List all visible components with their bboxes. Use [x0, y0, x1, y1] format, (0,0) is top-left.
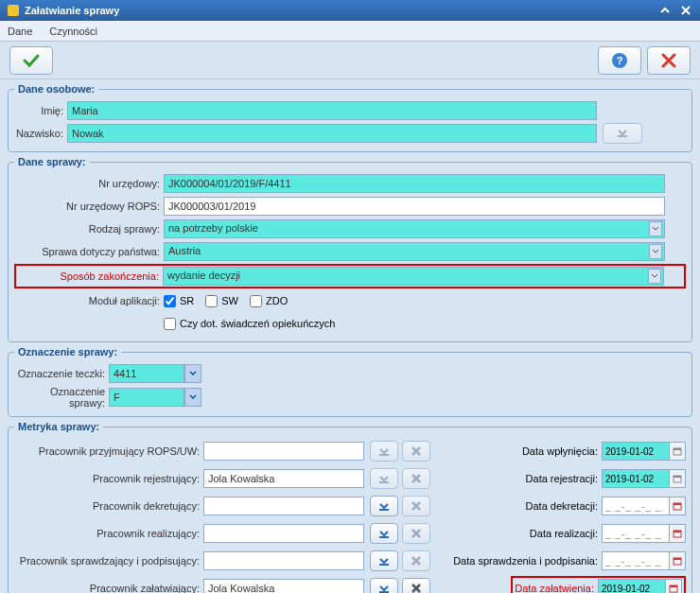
window-title: Załatwianie sprawy [25, 5, 119, 16]
menu-dane[interactable]: Dane [8, 26, 32, 37]
svg-rect-13 [379, 536, 389, 538]
dropdown-teczki[interactable] [184, 364, 201, 383]
calendar-icon[interactable] [669, 497, 686, 515]
checkbox-zdo[interactable]: ZDO [250, 295, 288, 307]
assign-button[interactable] [370, 496, 398, 516]
help-button[interactable]: ? [598, 46, 641, 75]
select-panstwo-value: Austria [168, 245, 201, 256]
checkbox-opiekuncze[interactable]: Czy dot. świadczeń opiekuńczych [164, 318, 335, 330]
svg-rect-3 [618, 135, 627, 137]
section-dane-sprawy: Dane sprawy: Nr urzędowy: Nr urzędowy RO… [8, 156, 692, 342]
clear-button [402, 496, 430, 516]
label-panstwo: Sprawa dotyczy państwa: [14, 246, 164, 257]
svg-rect-12 [674, 503, 681, 505]
input-prac-dekr[interactable] [203, 497, 364, 515]
svg-rect-15 [674, 531, 681, 532]
label-prac-rej: Pracownik rejestrujący: [14, 473, 203, 484]
select-rodzaj-value: na potrzeby polskie [168, 222, 258, 234]
calendar-icon[interactable] [669, 551, 686, 570]
date-dekr[interactable]: _ _-_ _-_ _ [602, 497, 670, 515]
clear-button[interactable] [402, 578, 430, 593]
calendar-icon[interactable] [669, 469, 686, 488]
label-ozn-sprawy: Oznaczenie sprawy: [14, 386, 109, 409]
minimize-up-icon[interactable] [658, 4, 672, 17]
close-icon[interactable] [679, 4, 692, 17]
label-data-spr: Data sprawdzenia i podpisania: [453, 555, 602, 567]
clear-button [402, 441, 430, 462]
svg-rect-9 [674, 476, 681, 478]
svg-text:?: ? [617, 55, 623, 66]
select-rodzaj[interactable]: na potrzeby polskie [164, 219, 665, 238]
date-rej[interactable]: 2019-01-02 [602, 469, 670, 488]
label-data-dekr: Data dekretacji: [526, 500, 602, 512]
section-metryka: Metryka sprawy: Pracownik przyjmujący RO… [8, 421, 692, 593]
calendar-icon[interactable] [669, 442, 686, 461]
app-icon [8, 5, 19, 16]
svg-rect-16 [379, 564, 389, 566]
assign-button[interactable] [370, 550, 398, 571]
input-nr-urzedowy[interactable] [164, 174, 665, 193]
legend-metryka: Metryka sprawy: [14, 421, 103, 432]
input-nazwisko[interactable] [67, 124, 597, 143]
input-ozn-sprawy[interactable] [109, 388, 184, 407]
input-imie[interactable] [67, 101, 597, 120]
checkbox-sw[interactable]: SW [205, 295, 238, 307]
select-sposob[interactable]: wydanie decyzji [163, 267, 664, 286]
date-real[interactable]: _ _-_ _-_ _ [602, 524, 670, 543]
accept-button[interactable] [9, 46, 53, 75]
label-nazwisko: Nazwisko: [14, 128, 67, 139]
label-data-rej: Data rejestracji: [526, 473, 602, 484]
select-panstwo[interactable]: Austria [164, 242, 665, 261]
select-sposob-value: wydanie decyzji [167, 270, 240, 281]
person-select-button [603, 123, 642, 144]
clear-button [402, 523, 430, 544]
chevron-down-icon [649, 221, 662, 236]
calendar-icon[interactable] [665, 579, 682, 593]
input-prac-rej[interactable] [203, 469, 364, 488]
date-zal[interactable]: 2019-01-02 [598, 579, 666, 593]
input-prac-real[interactable] [203, 524, 364, 543]
label-data-wpl: Data wpłynięcia: [522, 445, 602, 457]
checkbox-sr[interactable]: SR [164, 295, 194, 307]
assign-button[interactable] [370, 523, 398, 544]
label-prac-przyjm: Pracownik przyjmujący ROPS/UW: [14, 445, 203, 457]
assign-button [370, 468, 398, 489]
input-prac-zal[interactable] [203, 579, 364, 593]
legend-oznaczenie: Oznaczenie sprawy: [14, 346, 121, 358]
svg-rect-18 [674, 558, 681, 560]
label-data-zal: Data załatwienia: [515, 583, 598, 593]
label-prac-zal: Pracownik załatwiający: [14, 583, 203, 593]
cancel-button[interactable] [647, 46, 691, 75]
calendar-icon[interactable] [669, 524, 686, 543]
input-prac-przyjm[interactable] [203, 442, 364, 461]
label-ozn-teczki: Oznaczenie teczki: [14, 368, 109, 379]
date-wpl[interactable]: 2019-01-02 [602, 442, 670, 461]
svg-rect-10 [379, 509, 389, 511]
label-sposob: Sposób zakończenia: [17, 270, 163, 282]
chevron-down-icon [649, 244, 662, 259]
legend-osobowe: Dane osobowe: [14, 83, 98, 95]
label-prac-dekr: Pracownik dekretujący: [14, 500, 203, 512]
svg-rect-21 [670, 585, 677, 587]
input-prac-spr[interactable] [203, 551, 364, 570]
label-prac-real: Pracownik realizujący: [14, 528, 203, 539]
label-nr-rops: Nr urzędowy ROPS: [14, 201, 164, 212]
assign-button [370, 441, 398, 462]
menu-bar: Dane Czynności [0, 21, 700, 42]
clear-button [402, 468, 430, 489]
legend-sprawy: Dane sprawy: [14, 156, 90, 167]
svg-rect-4 [379, 454, 389, 456]
label-rodzaj: Rodzaj sprawy: [14, 223, 164, 235]
chevron-down-icon [648, 269, 661, 284]
clear-button [402, 550, 430, 571]
label-imie: Imię: [14, 105, 67, 116]
svg-rect-7 [379, 481, 389, 483]
label-modul: Moduł aplikacji: [14, 295, 164, 306]
label-prac-spr: Pracownik sprawdzający i podpisujący: [14, 555, 203, 567]
date-spr[interactable]: _ _-_ _-_ _ [602, 551, 670, 570]
menu-czynnosci[interactable]: Czynności [49, 26, 97, 37]
dropdown-sprawy[interactable] [184, 388, 201, 407]
input-ozn-teczki[interactable] [109, 364, 184, 383]
input-nr-rops[interactable] [164, 197, 665, 216]
assign-button[interactable] [370, 578, 398, 593]
